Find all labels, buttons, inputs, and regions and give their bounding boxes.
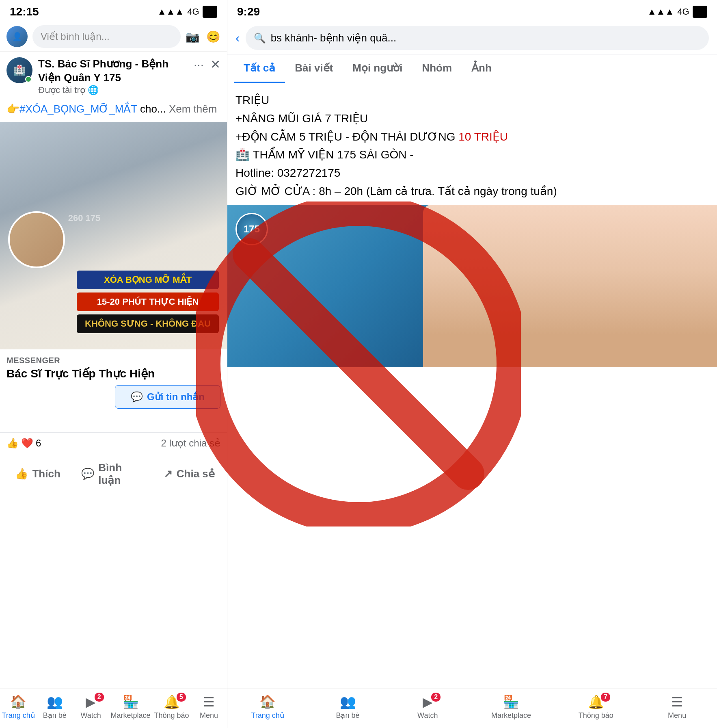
result-text-block: TRIỆU +NÂNG MŨI GIÁ 7 TRIỆU +ĐỘN CẰM 5 T… — [227, 83, 717, 205]
home-icon: 🏠 — [10, 694, 26, 709]
right-watch-badge: 2 — [431, 693, 441, 702]
post-image: 260 175 XÓA BỌNG MỠ MẮT 15-20 PHÚT THỰC … — [0, 122, 227, 349]
nav-watch[interactable]: ▶ 2 Watch — [75, 694, 107, 720]
notifications-label: Thông báo — [154, 711, 189, 720]
doctor-small-avatar — [8, 211, 65, 268]
watch-badge: 2 — [95, 693, 104, 702]
home-label: Trang chủ — [2, 711, 35, 720]
right-notifications-badge: 7 — [601, 693, 610, 702]
back-button[interactable]: ‹ — [235, 30, 240, 46]
search-bar: ‹ 🔍 bs khánh- bệnh viện quâ... — [227, 22, 717, 54]
battery-indicator: 59 — [203, 6, 217, 18]
nav-notifications[interactable]: 🔔 5 Thông báo — [154, 694, 189, 720]
left-status-bar: 12:15 ▲▲▲ 4G 59 — [0, 0, 227, 22]
reaction-count: 6 — [36, 438, 41, 449]
hashtag-text: 👉#XÓA_BỌNG_MỠ_MẮT — [6, 103, 137, 115]
video-preview[interactable]: 175 ⛶ — [227, 205, 717, 367]
result-highlight: 10 TRIỆU — [458, 130, 508, 143]
right-friends-label: Bạn bè — [336, 711, 359, 720]
right-nav-marketplace[interactable]: 🏪 Marketplace — [491, 694, 531, 720]
result-line4: 🏥 THẨM MỸ VIỆN 175 SÀI GÒN - — [235, 146, 709, 164]
tab-all[interactable]: Tất cả — [234, 54, 285, 83]
right-menu-label: Menu — [668, 711, 686, 720]
comment-input[interactable]: Viết bình luận... — [32, 25, 181, 48]
action-buttons: 👍 Thích 💬 Bình luận ↗ Chia sẻ — [0, 454, 227, 494]
search-icon: 🔍 — [254, 32, 266, 44]
right-home-icon: 🏠 — [259, 694, 276, 709]
tab-photos[interactable]: Ảnh — [462, 54, 501, 83]
left-status-icons: ▲▲▲ 4G 59 — [158, 6, 217, 18]
like-reaction-icon: 👍 — [6, 438, 19, 449]
left-bottom-nav: 🏠 Trang chủ 👥 Bạn bè ▶ 2 Watch 🏪 Marketp… — [0, 689, 227, 728]
camera-icon[interactable]: 📷 — [186, 30, 200, 43]
right-nav-menu[interactable]: ☰ Menu — [661, 694, 693, 720]
result-line2: +NÂNG MŨI GIÁ 7 TRIỆU — [235, 110, 709, 128]
video-thumbnail-person — [423, 205, 717, 367]
menu-icon: ☰ — [203, 694, 215, 710]
see-more-button[interactable]: Xem thêm — [169, 103, 217, 115]
promo-badges: XÓA BỌNG MỠ MẮT 15-20 PHÚT THỰC HIỆN KHÔ… — [77, 271, 219, 333]
page-name[interactable]: TS. Bác Sĩ Phương - Bệnh Viện Quân Y 175 — [38, 57, 188, 85]
result-line3-text: +ĐỘN CẰM 5 TRIỆU - ĐỘN THÁI DƯƠNG — [235, 130, 458, 143]
left-phone: 12:15 ▲▲▲ 4G 59 👤 Viết bình luận... 📷 😊 … — [0, 0, 227, 728]
nav-home[interactable]: 🏠 Trang chủ — [2, 694, 35, 720]
right-status-bar: 9:29 ▲▲▲ 4G 81 — [227, 0, 717, 22]
network-type: 4G — [187, 6, 199, 17]
result-line3: +ĐỘN CẰM 5 TRIỆU - ĐỘN THÁI DƯƠNG 10 TRI… — [235, 128, 709, 146]
reaction-icons: 👍 ❤️ 6 — [6, 438, 41, 449]
marketplace-label: Marketplace — [111, 711, 151, 720]
share-label: Chia sẻ — [177, 468, 215, 480]
nav-marketplace[interactable]: 🏪 Marketplace — [111, 694, 151, 720]
left-time: 12:15 — [10, 5, 39, 18]
right-nav-friends[interactable]: 👥 Bạn bè — [332, 694, 364, 720]
close-post-button[interactable]: ✕ — [210, 57, 220, 72]
friends-label: Bạn bè — [43, 711, 67, 720]
right-bottom-nav: 🏠 Trang chủ 👥 Bạn bè ▶ 2 Watch 🏪 Marketp… — [227, 689, 717, 728]
right-marketplace-icon: 🏪 — [503, 694, 519, 710]
comment-button[interactable]: 💬 Bình luận — [76, 456, 151, 492]
video-channel-logo: 175 — [235, 213, 268, 245]
result-line5: Hotline: 0327272175 — [235, 164, 709, 182]
right-nav-watch[interactable]: ▶ 2 Watch — [411, 694, 444, 720]
marketplace-icon: 🏪 — [123, 694, 139, 710]
like-button[interactable]: 👍 Thích — [0, 456, 76, 492]
heart-reaction-icon: ❤️ — [21, 438, 33, 449]
post-header: 🏥 TS. Bác Sĩ Phương - Bệnh Viện Quân Y 1… — [0, 52, 227, 101]
notifications-badge: 5 — [177, 693, 186, 702]
emoji-icon[interactable]: 😊 — [206, 30, 220, 43]
search-results: TRIỆU +NÂNG MŨI GIÁ 7 TRIỆU +ĐỘN CẰM 5 T… — [227, 83, 717, 689]
right-marketplace-label: Marketplace — [491, 711, 531, 720]
messenger-title: Bác Sĩ Trực Tiếp Thực Hiện — [6, 367, 220, 380]
right-time: 9:29 — [237, 5, 260, 18]
messenger-label: MESSENGER — [6, 356, 220, 365]
search-box[interactable]: 🔍 bs khánh- bệnh viện quâ... — [246, 26, 709, 50]
comment-label: Bình luận — [98, 462, 145, 487]
right-nav-notifications[interactable]: 🔔 7 Thông báo — [579, 694, 613, 720]
right-nav-home[interactable]: 🏠 Trang chủ — [251, 694, 284, 720]
page-avatar: 🏥 — [6, 57, 32, 83]
messenger-cta: MESSENGER Bác Sĩ Trực Tiếp Thực Hiện 💬 G… — [0, 349, 227, 412]
online-indicator — [25, 76, 32, 82]
nav-menu[interactable]: ☰ Menu — [192, 694, 225, 720]
share-button[interactable]: ↗ Chia sẻ — [151, 456, 227, 492]
menu-label: Menu — [200, 711, 218, 720]
comment-icon: 💬 — [81, 468, 94, 480]
tab-posts[interactable]: Bài viết — [285, 54, 343, 83]
sponsored-label: Được tài trợ — [38, 85, 85, 95]
right-battery-indicator: 81 — [693, 6, 707, 18]
send-message-button[interactable]: 💬 Gửi tin nhắn — [115, 385, 220, 409]
like-icon: 👍 — [15, 468, 28, 480]
right-phone: 9:29 ▲▲▲ 4G 81 ‹ 🔍 bs khánh- bệnh viện q… — [227, 0, 717, 728]
right-status-icons: ▲▲▲ 4G 81 — [648, 6, 707, 18]
friends-icon: 👥 — [47, 694, 63, 709]
more-options-button[interactable]: ··· — [194, 58, 204, 72]
post-meta: Được tài trợ 🌐 — [38, 85, 188, 95]
tab-groups[interactable]: Nhóm — [412, 54, 462, 83]
nav-friends[interactable]: 👥 Bạn bè — [39, 694, 71, 720]
tab-people[interactable]: Mọi người — [343, 54, 412, 83]
right-menu-icon: ☰ — [671, 694, 683, 710]
promo-badge-3: KHÔNG SƯNG - KHÔNG ĐAU — [77, 314, 219, 333]
messenger-btn-label: Gửi tin nhắn — [147, 391, 205, 403]
right-notifications-label: Thông báo — [579, 711, 613, 720]
right-home-label: Trang chủ — [251, 711, 284, 720]
